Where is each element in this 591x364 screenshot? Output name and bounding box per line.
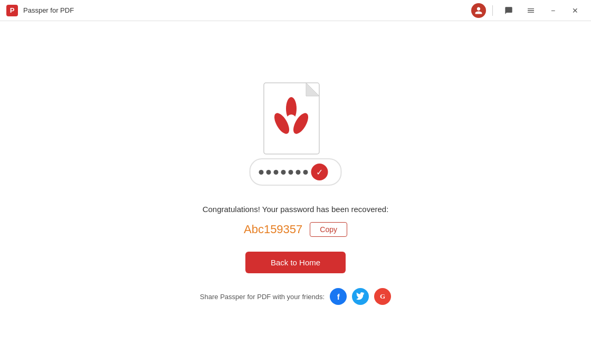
chat-icon — [504, 6, 513, 15]
title-bar-right: − ✕ — [471, 1, 585, 20]
share-row: Share Passper for PDF with your friends:… — [200, 288, 391, 305]
app-icon: P — [6, 5, 18, 16]
person-icon — [474, 6, 483, 15]
dots-area — [259, 170, 308, 175]
pdf-document — [261, 80, 330, 165]
document-svg — [261, 80, 330, 165]
password-row: Abc159357 Copy — [244, 222, 347, 237]
minimize-button[interactable]: − — [544, 1, 563, 20]
password-bar: ✓ — [250, 158, 342, 186]
dot-7 — [303, 170, 308, 175]
password-value: Abc159357 — [244, 223, 302, 236]
share-text: Share Passper for PDF with your friends: — [200, 293, 325, 301]
back-to-home-button[interactable]: Back to Home — [245, 252, 346, 273]
menu-icon — [527, 6, 535, 15]
pdf-icon-wrapper: ✓ — [253, 80, 338, 186]
twitter-button[interactable] — [352, 288, 369, 305]
dot-6 — [296, 170, 301, 175]
title-bar: P Passper for PDF − ✕ — [0, 0, 591, 21]
google-button[interactable]: G — [374, 288, 391, 305]
close-button[interactable]: ✕ — [566, 1, 585, 20]
title-bar-left: P Passper for PDF — [6, 5, 74, 16]
twitter-icon — [356, 292, 365, 301]
dot-5 — [289, 170, 293, 175]
user-button[interactable] — [471, 3, 486, 18]
main-content: ✓ Congratulations! Your password has bee… — [0, 21, 591, 364]
divider — [492, 5, 493, 16]
chat-button[interactable] — [499, 1, 518, 20]
facebook-button[interactable]: f — [330, 288, 347, 305]
svg-point-4 — [287, 114, 296, 124]
menu-button[interactable] — [521, 1, 540, 20]
app-title: Passper for PDF — [23, 6, 74, 14]
dot-4 — [281, 170, 286, 175]
dot-3 — [274, 170, 279, 175]
check-circle: ✓ — [311, 164, 328, 180]
copy-button[interactable]: Copy — [310, 222, 347, 237]
dot-1 — [259, 170, 264, 175]
dot-2 — [266, 170, 271, 175]
success-message: Congratulations! Your password has been … — [203, 205, 389, 214]
